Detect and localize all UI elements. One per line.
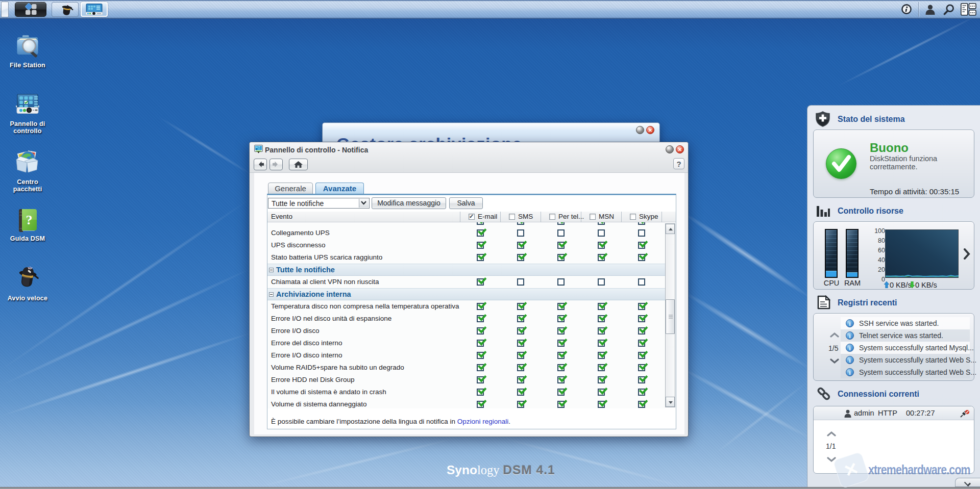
svg-text:?: ? [26,213,33,227]
